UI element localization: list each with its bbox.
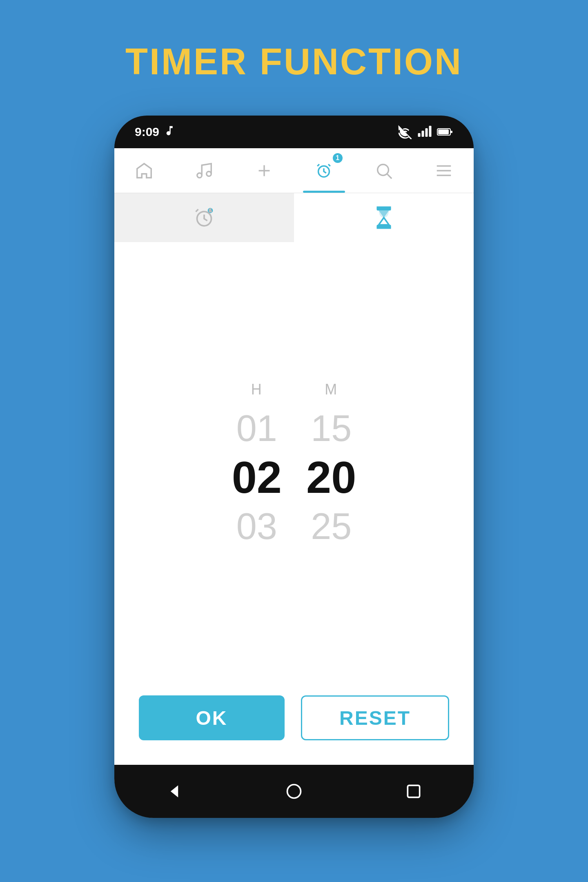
svg-rect-1 xyxy=(422,131,424,137)
nav-item-search[interactable] xyxy=(354,148,414,193)
alarm-icon xyxy=(314,161,333,180)
nav-item-music[interactable] xyxy=(174,148,234,193)
home-button-icon xyxy=(285,782,303,800)
svg-marker-28 xyxy=(170,785,178,797)
status-bar: 9:09 xyxy=(114,116,474,148)
minutes-label: M xyxy=(325,381,338,398)
minutes-picker-col[interactable]: M 15 20 25 xyxy=(306,381,356,548)
nav-item-home[interactable] xyxy=(114,148,174,193)
minutes-next[interactable]: 25 xyxy=(311,504,352,548)
search-icon xyxy=(374,161,393,180)
buttons-area: OK RESET xyxy=(114,679,474,765)
signal-icon xyxy=(417,125,432,139)
nav-item-alarm[interactable]: 1 xyxy=(294,148,354,193)
home-icon xyxy=(135,161,154,180)
music-note-icon xyxy=(165,125,177,140)
music-icon xyxy=(195,161,214,180)
svg-line-13 xyxy=(328,164,330,166)
svg-rect-6 xyxy=(451,131,452,133)
home-button[interactable] xyxy=(285,782,303,800)
svg-line-20 xyxy=(196,209,198,212)
svg-rect-5 xyxy=(438,129,449,134)
timer-subtab-icon xyxy=(372,205,396,230)
minutes-prev[interactable]: 15 xyxy=(311,406,352,450)
nav-item-add[interactable] xyxy=(234,148,294,193)
svg-point-7 xyxy=(197,173,202,178)
minutes-selected[interactable]: 20 xyxy=(306,450,356,504)
hours-prev[interactable]: 01 xyxy=(236,406,277,450)
wifi-icon xyxy=(398,125,412,139)
svg-text:1: 1 xyxy=(209,208,212,212)
alarm-subtab-icon: 1 xyxy=(192,205,216,230)
reset-button[interactable]: RESET xyxy=(301,695,449,740)
sub-tab-alarm[interactable]: 1 xyxy=(114,193,294,242)
time-picker: H 01 02 03 M 15 20 25 xyxy=(114,381,474,548)
back-icon xyxy=(165,782,183,800)
hours-label: H xyxy=(251,381,263,398)
add-icon xyxy=(255,161,274,180)
nav-item-menu[interactable] xyxy=(414,148,474,193)
svg-point-14 xyxy=(378,164,389,175)
svg-rect-0 xyxy=(418,133,421,137)
svg-point-29 xyxy=(287,785,301,798)
recents-button[interactable] xyxy=(405,782,423,800)
page-title: TIMER FUNCTION xyxy=(125,41,463,83)
bottom-nav-bar xyxy=(114,765,474,818)
svg-rect-30 xyxy=(408,785,420,797)
hours-next[interactable]: 03 xyxy=(236,504,277,548)
phone-shell: 9:09 xyxy=(114,116,474,818)
app-nav-bar: 1 xyxy=(114,148,474,193)
hours-selected[interactable]: 02 xyxy=(232,450,282,504)
svg-point-8 xyxy=(207,171,212,176)
menu-icon xyxy=(434,161,453,180)
back-button[interactable] xyxy=(165,782,183,800)
status-time: 9:09 xyxy=(135,125,159,139)
battery-icon xyxy=(437,127,453,137)
alarm-badge: 1 xyxy=(333,153,343,163)
svg-rect-3 xyxy=(429,126,432,137)
sub-tabs: 1 xyxy=(114,193,474,242)
sub-tab-timer[interactable] xyxy=(294,193,474,242)
recents-icon xyxy=(405,782,423,800)
ok-button[interactable]: OK xyxy=(139,695,285,740)
timer-content: H 01 02 03 M 15 20 25 xyxy=(114,242,474,679)
hours-picker-col[interactable]: H 01 02 03 xyxy=(232,381,282,548)
svg-line-15 xyxy=(388,174,392,178)
svg-rect-2 xyxy=(425,128,428,137)
svg-line-12 xyxy=(318,164,320,166)
